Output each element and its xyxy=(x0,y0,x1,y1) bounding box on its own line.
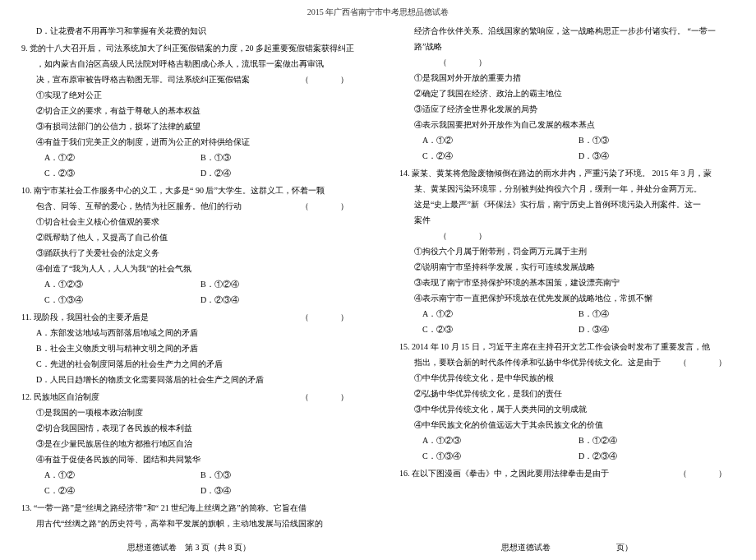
q11-choice-c: C．先进的社会制度同落后的社会生产力之间的矛盾 xyxy=(21,356,357,372)
q12-opt4: ④有益于促使各民族的同等、团结和共同繁华 xyxy=(21,451,357,467)
q11-stem: 11. 现阶段，我国社会的主要矛盾是 （ ） xyxy=(21,309,357,325)
q10-stem-line1: 10. 南宁市某社会工作服务中心的义工，大多是“ 90 后”大学生。这群义工，怀… xyxy=(21,183,357,198)
q10-stem-text2: 包含、同等、互帮的爱心，热情为社区服务。他们的行动 xyxy=(36,201,242,211)
two-column-layout: D．让花费者不用再学习和掌握有关花费的知识 9. 党的十八大召开后， 司法系统加… xyxy=(0,23,756,542)
question-15: 15. 2014 年 10 月 15 日，习近平主席在主持召开文艺工作会谈会时发… xyxy=(399,339,735,464)
q12-opt1: ①是我国的一项根本政治制度 xyxy=(21,405,357,420)
q14-choice-d: D．③④ xyxy=(579,322,735,337)
q10-opt3: ③踊跃执行了关爱社会的法定义务 xyxy=(21,245,357,261)
q10-choice-d: D．②③④ xyxy=(201,292,357,308)
q9-opt4: ④有益于我们完美正义的制度，进而为公正的对待供给保证 xyxy=(21,134,357,150)
question-12: 12. 民族地区自治制度 （ ） ①是我国的一项根本政治制度 ②切合我国国情，表… xyxy=(21,389,357,498)
q10-opt2: ②既帮助了他人，又提高了自己价值 xyxy=(21,229,357,245)
q13c-opt3: ③适应了经济全世界化发展的局势 xyxy=(399,101,735,117)
q12-opt2: ②切合我国国情，表现了各民族的根本利益 xyxy=(21,420,357,436)
q13c-opt4: ④表示我国要把对外开放作为自己发展的根本基点 xyxy=(399,117,735,132)
answer-paren: （ ） xyxy=(301,309,353,325)
q12-choices-row2: C．②④ D．③④ xyxy=(21,483,357,498)
q9-choice-d: D．②④ xyxy=(201,165,357,181)
q14-stem-line3: 这是“史上最严”新《环保法》实行后，南宁历史上首例环境污染入刑案件。这一 xyxy=(399,197,735,212)
q15-opt3: ③中华优异传统文化，属于人类共同的文明成就 xyxy=(399,401,735,417)
q14-opt3: ③表现了南宁市坚持保护环境的基本国策，建设漂亮南宁 xyxy=(399,275,735,290)
q10-choices-row2: C．①③④ D．②③④ xyxy=(21,292,357,308)
q14-choice-a: A．①② xyxy=(422,306,579,322)
q12-choice-b: B．①③ xyxy=(201,467,357,483)
q11-choice-a: A．东部发达地域与西部落后地域之间的矛盾 xyxy=(21,325,357,340)
q14-choice-c: C．②③ xyxy=(422,322,579,337)
left-column: D．让花费者不用再学习和掌握有关花费的知识 9. 党的十八大召开后， 司法系统加… xyxy=(0,23,378,542)
q15-stem-line2: 指出，要联合新的时代条件传承和弘扬中华优异传统文化。这是由于 （ ） xyxy=(399,354,735,370)
q13c-paren-line: （ ） xyxy=(399,54,735,70)
q12-choice-a: A．①② xyxy=(44,467,201,483)
q15-choice-a: A．①②③ xyxy=(422,433,579,448)
q12-opt3: ③是在少量民族居住的地方都推行地区自治 xyxy=(21,436,357,451)
answer-paren: （ ） xyxy=(301,389,353,405)
q14-choices-row2: C．②③ D．③④ xyxy=(399,322,735,337)
q14-opt4: ④表示南宁市一直把保护环境放在优先发展的战略地位，常抓不懈 xyxy=(399,290,735,306)
q13-stem-line2: 用古代“丝绸之路”的历史符号，高举和平发展的旗帜，主动地发展与沿线国家的 xyxy=(21,516,357,531)
answer-paren: （ ） xyxy=(439,54,491,70)
q15-choices-row2: C．①③④ D．②③④ xyxy=(399,448,735,464)
q16-stem: 16. 在以下图漫画《拳击》中，之因此要用法律拳击是由于 （ ） xyxy=(399,465,735,481)
answer-paren: （ ） xyxy=(679,354,731,370)
question-14: 14. 蒙某、黄某将危险废物倾倒在路边的雨水井内，严重污染了环境。 2015 年… xyxy=(399,165,735,337)
page-header: 2015 年广西省南宁市中考思想品德试卷 xyxy=(0,0,756,23)
q12-stem: 12. 民族地区自治制度 （ ） xyxy=(21,389,357,405)
answer-paren: （ ） xyxy=(679,465,731,481)
q14-stem-line2: 某、黄某因污染环境罪，分别被判处拘役六个月，缓刑一年，并处分金两万元。 xyxy=(399,181,735,197)
q13c-opt2: ②确定了我国在经济、政治上的霸主地位 xyxy=(399,86,735,101)
q9-opt3: ③有损司法部门的公信力，损坏了法律的威望 xyxy=(21,118,357,134)
q9-stem-line3: 决，宣布原审被告呼格吉勒图无罪。司法系统纠正冤假错案 （ ） xyxy=(21,72,357,87)
question-16: 16. 在以下图漫画《拳击》中，之因此要用法律拳击是由于 （ ） xyxy=(399,465,735,481)
q13c-opt1: ①是我国对外开放的重要力措 xyxy=(399,70,735,86)
q10-opt4: ④创造了“我为人人，人人为我”的社会气氛 xyxy=(21,261,357,276)
q12-choice-c: C．②④ xyxy=(44,483,201,498)
q15-choice-d: D．②③④ xyxy=(579,448,735,464)
q13c-stem-line1: 经济合作伙伴关系。沿线国家的繁响应，这一战略构思正一步步付诸实行。 “一带一 xyxy=(399,23,735,39)
q9-choice-c: C．②③ xyxy=(44,165,201,181)
q11-choice-d: D．人民日趋增长的物质文化需要同落后的社会生产之间的矛盾 xyxy=(21,372,357,387)
q14-choice-b: B．①④ xyxy=(579,306,735,322)
answer-paren: （ ） xyxy=(439,228,491,243)
q9-choices-row2: C．②③ D．②④ xyxy=(21,165,357,181)
q14-paren-line: （ ） xyxy=(399,228,735,243)
q16-stem-text: 16. 在以下图漫画《拳击》中，之因此要用法律拳击是由于 xyxy=(399,469,609,478)
q9-choices-row1: A．①② B．①③ xyxy=(21,150,357,165)
q10-opt1: ①切合社会主义核心价值观的要求 xyxy=(21,214,357,229)
q9-opt2: ②切合正义的要求，有益于尊敬人的基本权益 xyxy=(21,103,357,118)
q13c-choice-b: B．①③ xyxy=(579,132,735,148)
q15-stem-text2: 指出，要联合新的时代条件传承和弘扬中华优异传统文化。这是由于 xyxy=(414,358,661,367)
q10-stem-line2: 包含、同等、互帮的爱心，热情为社区服务。他们的行动 （ ） xyxy=(21,198,357,214)
q14-stem-line4: 案件 xyxy=(399,212,735,228)
question-13-cont: 经济合作伙伴关系。沿线国家的繁响应，这一战略构思正一步步付诸实行。 “一带一 路… xyxy=(399,23,735,164)
q9-choice-b: B．①③ xyxy=(201,150,357,165)
q9-stem-line1: 9. 党的十八大召开后， 司法系统加大了纠正冤假错案的力度，20 多起重要冤假错… xyxy=(21,40,357,56)
q12-stem-text: 12. 民族地区自治制度 xyxy=(21,392,99,401)
q15-choice-c: C．①③④ xyxy=(422,448,579,464)
q9-opt1: ①实现了绝对公正 xyxy=(21,87,357,103)
q13c-stem-line2: 路”战略 xyxy=(399,39,735,54)
left-footer: 思想道德试卷 第 3 页（共 8 页） xyxy=(0,542,378,553)
q15-opt4: ④中华民族文化的价值远远大于其余民族文化的价值 xyxy=(399,417,735,433)
q10-choice-c: C．①③④ xyxy=(44,292,201,308)
right-footer: 思想道德试卷 页） xyxy=(378,542,756,553)
q9-choice-a: A．①② xyxy=(44,150,201,165)
right-column: 经济合作伙伴关系。沿线国家的繁响应，这一战略构思正一步步付诸实行。 “一带一 路… xyxy=(378,23,756,542)
q13c-choices-row1: A．①② B．①③ xyxy=(399,132,735,148)
q14-stem-line1: 14. 蒙某、黄某将危险废物倾倒在路边的雨水井内，严重污染了环境。 2015 年… xyxy=(399,165,735,181)
q15-opt2: ②弘扬中华优异传统文化，是我们的责任 xyxy=(399,386,735,401)
q15-choice-b: B．①②④ xyxy=(579,433,735,448)
q15-stem-line1: 15. 2014 年 10 月 15 日，习近平主席在主持召开文艺工作会谈会时发… xyxy=(399,339,735,354)
q10-choices-row1: A．①②③ B．①②④ xyxy=(21,276,357,292)
q13c-choice-d: D．③④ xyxy=(579,148,735,164)
q13c-choice-c: C．②④ xyxy=(422,148,579,164)
q12-choice-d: D．③④ xyxy=(201,483,357,498)
question-9: 9. 党的十八大召开后， 司法系统加大了纠正冤假错案的力度，20 多起重要冤假错… xyxy=(21,40,357,181)
answer-paren: （ ） xyxy=(301,72,353,87)
q9-stem-text3: 决，宣布原审被告呼格吉勒图无罪。司法系统纠正冤假错案 xyxy=(36,75,250,84)
q11-stem-text: 11. 现阶段，我国社会的主要矛盾是 xyxy=(21,312,149,322)
q12-choices-row1: A．①② B．①③ xyxy=(21,467,357,483)
q14-choices-row1: A．①② B．①④ xyxy=(399,306,735,322)
option-d-prev: D．让花费者不用再学习和掌握有关花费的知识 xyxy=(21,23,357,39)
q10-choice-a: A．①②③ xyxy=(44,276,201,292)
